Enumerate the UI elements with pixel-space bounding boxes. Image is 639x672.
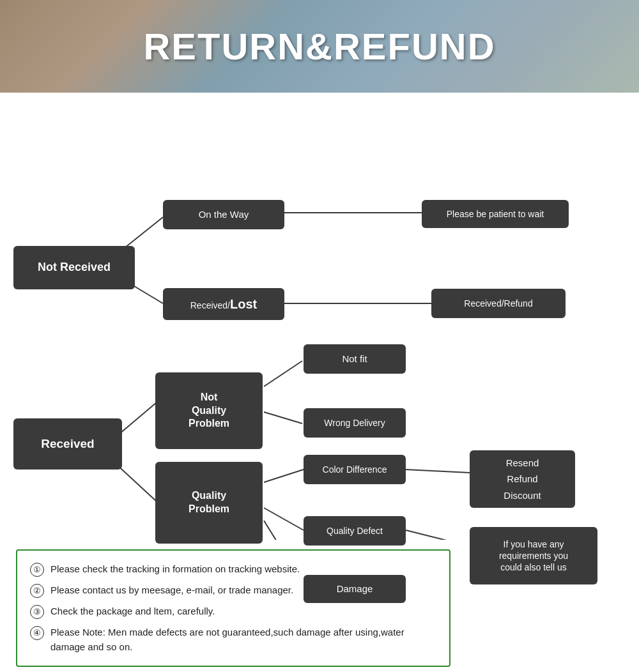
- svg-line-9: [264, 508, 304, 530]
- on-the-way-box: On the Way: [163, 200, 284, 229]
- flowchart: Not Received On the Way Received/Lost Pl…: [10, 105, 636, 540]
- quality-problem-box: Quality Problem: [155, 462, 263, 544]
- svg-line-10: [264, 521, 304, 540]
- header: RETURN&REFUND: [0, 0, 639, 93]
- main-content: Not Received On the Way Received/Lost Pl…: [0, 93, 639, 672]
- note-number-1: ①: [30, 563, 44, 577]
- note-text-2: Please contact us by meesage, e-mail, or…: [50, 583, 293, 598]
- wrong-delivery-box: Wrong Delivery: [304, 408, 406, 438]
- please-wait-box: Please be patient to wait: [422, 200, 569, 228]
- damage-box: Damage: [304, 575, 406, 603]
- quality-defect-box: Quality Defect: [304, 516, 406, 546]
- svg-line-12: [406, 530, 470, 540]
- notes-section: ① Please check the tracking in formation…: [16, 549, 450, 667]
- note-number-2: ②: [30, 584, 44, 598]
- requirements-box: If you have any requirements you could a…: [470, 527, 597, 584]
- svg-line-6: [264, 361, 302, 386]
- svg-line-7: [264, 412, 302, 424]
- note-item-3: ③ Check the package and ltem, carefully.: [30, 604, 436, 619]
- note-text-1: Please check the tracking in formation o…: [50, 562, 300, 577]
- resend-refund-box: Resend Refund Discount: [470, 450, 575, 508]
- received-lost-box: Received/Lost: [163, 288, 284, 320]
- svg-line-8: [264, 470, 304, 482]
- color-difference-box: Color Difference: [304, 455, 406, 484]
- received-box: Received: [13, 418, 122, 470]
- not-fit-box: Not fit: [304, 344, 406, 374]
- note-number-3: ③: [30, 605, 44, 619]
- note-text-3: Check the package and ltem, carefully.: [50, 604, 215, 619]
- received-refund-box: Received/Refund: [431, 289, 566, 318]
- not-received-box: Not Received: [13, 246, 135, 289]
- page-title: RETURN&REFUND: [143, 25, 495, 68]
- note-text-4: Please Note: Men made defects are not gu…: [50, 625, 436, 654]
- note-number-4: ④: [30, 626, 44, 640]
- not-quality-problem-box: Not Quality Problem: [155, 372, 263, 449]
- note-item-4: ④ Please Note: Men made defects are not …: [30, 625, 436, 654]
- svg-line-11: [406, 470, 470, 473]
- svg-line-5: [115, 463, 157, 501]
